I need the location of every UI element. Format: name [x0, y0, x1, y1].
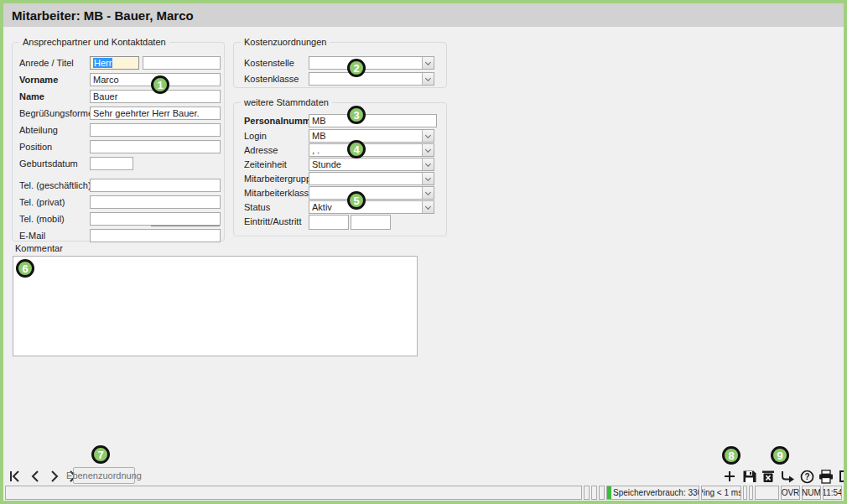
- next-record-button[interactable]: [47, 469, 61, 483]
- row-tel-privat: Tel. (privat): [13, 195, 224, 209]
- kostenklasse-select[interactable]: [309, 72, 434, 86]
- tel-privat-input[interactable]: [90, 195, 221, 209]
- titel-input[interactable]: [143, 56, 221, 70]
- anrede-input[interactable]: Herr: [90, 56, 139, 70]
- status-panel-spacer: [743, 486, 747, 500]
- status-panel-spacer: [584, 486, 590, 500]
- exit-button[interactable]: [837, 468, 847, 485]
- row-email: E-Mail: [13, 229, 224, 242]
- title-bar: Mitarbeiter: MB - Bauer, Marco: [3, 3, 844, 27]
- zeiteinheit-select[interactable]: Stunde: [309, 158, 434, 171]
- row-zeiteinheit: Zeiteinheit Stunde: [234, 158, 446, 171]
- mitarbeiterklasse-select[interactable]: [309, 186, 434, 200]
- tel-mobil-label: Tel. (mobil): [19, 212, 65, 226]
- add-button[interactable]: [721, 468, 738, 485]
- memory-indicator: [607, 486, 611, 499]
- chevron-down-icon[interactable]: [422, 73, 434, 85]
- num-text: NUM: [802, 488, 821, 497]
- help-icon: ?: [800, 470, 814, 484]
- group-contact-legend: Ansprechpartner und Kontaktdaten: [19, 37, 169, 48]
- login-select[interactable]: MB: [309, 129, 434, 143]
- status-panel-num: NUM: [802, 486, 821, 500]
- tel-mobil-input[interactable]: [90, 212, 221, 226]
- adresse-select[interactable]: , .: [309, 143, 434, 157]
- delete-button[interactable]: [760, 468, 777, 485]
- kostenstelle-label: Kostenstelle: [244, 56, 294, 70]
- row-position: Position: [13, 140, 224, 153]
- geburtsdatum-label: Geburtsdatum: [19, 157, 78, 170]
- row-personalnummer: Personalnummer: [234, 114, 446, 127]
- annotation-badge-7: 7: [91, 445, 110, 464]
- toolbar: ?: [721, 468, 847, 485]
- row-kostenklasse: Kostenklasse: [234, 72, 446, 86]
- adresse-value: , .: [309, 144, 422, 156]
- page-title: Mitarbeiter: MB - Bauer, Marco: [12, 8, 194, 23]
- position-input[interactable]: [90, 140, 221, 153]
- tel-geschaeftlich-input[interactable]: [90, 179, 221, 192]
- chevron-down-icon[interactable]: [422, 130, 434, 142]
- status-panel-main: [5, 486, 582, 500]
- svg-text:?: ?: [804, 472, 809, 481]
- email-input[interactable]: [90, 229, 221, 242]
- geburtsdatum-input[interactable]: [90, 157, 133, 170]
- clock-text: 11:54: [823, 488, 842, 497]
- first-record-icon: [9, 470, 22, 482]
- mitarbeiterklasse-label: Mitarbeiterklasse: [244, 186, 314, 200]
- zeiteinheit-label: Zeiteinheit: [244, 158, 287, 171]
- begruessungsformel-label: Begrüßungsformel: [19, 107, 96, 120]
- chevron-down-icon[interactable]: [422, 173, 434, 184]
- ebenenzuordnung-button[interactable]: Ebenenzuordnung: [73, 467, 135, 484]
- row-anrede: Anrede / Titel Herr: [13, 56, 224, 70]
- group-contact: Ansprechpartner und Kontaktdaten Anrede …: [12, 42, 225, 242]
- chevron-down-icon[interactable]: [422, 158, 434, 170]
- memory-text: Speicherverbrauch: 330,00 MB: [613, 488, 699, 497]
- jump-button[interactable]: [779, 468, 796, 485]
- status-panel-clock: 11:54: [823, 486, 842, 500]
- exit-icon: [838, 470, 847, 483]
- login-label: Login: [244, 129, 267, 143]
- row-mitarbeiterklasse: Mitarbeiterklasse: [234, 186, 446, 200]
- austritt-input[interactable]: [351, 215, 391, 230]
- status-panel-spacer: [749, 486, 753, 500]
- kostenstelle-select[interactable]: [309, 56, 434, 70]
- previous-record-button[interactable]: [28, 469, 42, 483]
- begruessungsformel-input[interactable]: [90, 107, 221, 120]
- eintritt-austritt-label: Eintritt/Austritt: [244, 215, 301, 228]
- jump-arrow-icon: [780, 470, 795, 483]
- kostenklasse-label: Kostenklasse: [244, 72, 299, 86]
- chevron-down-icon[interactable]: [422, 144, 434, 156]
- annotation-badge-4: 4: [347, 140, 366, 158]
- annotation-badge-5: 5: [347, 191, 366, 210]
- login-value: MB: [309, 130, 422, 142]
- email-separator-line: [151, 226, 220, 226]
- status-select[interactable]: Aktiv: [309, 200, 434, 214]
- chevron-down-icon[interactable]: [422, 187, 434, 199]
- chevron-down-icon[interactable]: [422, 57, 434, 69]
- status-panel-memory: Speicherverbrauch: 330,00 MB: [606, 486, 699, 500]
- kommentar-label: Kommentar: [15, 243, 63, 253]
- row-geburtsdatum: Geburtsdatum: [13, 157, 224, 170]
- chevron-down-icon[interactable]: [422, 201, 434, 213]
- position-label: Position: [19, 140, 52, 153]
- first-record-button[interactable]: [8, 469, 23, 483]
- eintritt-input[interactable]: [309, 215, 349, 230]
- status-label: Status: [244, 200, 270, 214]
- status-panel-ping: Ping < 1 ms.: [701, 486, 741, 500]
- personalnummer-input[interactable]: [309, 114, 437, 127]
- row-tel-geschaeftlich: Tel. (geschäftlich): [13, 179, 224, 192]
- group-cost-legend: Kostenzuordnungen: [241, 37, 330, 48]
- group-cost: Kostenzuordnungen Kostenstelle Kostenkla…: [233, 42, 447, 88]
- annotation-badge-9: 9: [771, 446, 789, 465]
- row-begruessung: Begrüßungsformel: [13, 107, 224, 120]
- row-eintritt-austritt: Eintritt/Austritt: [234, 215, 446, 230]
- mitarbeitergruppe-select[interactable]: [309, 172, 434, 185]
- help-button[interactable]: ?: [798, 468, 815, 485]
- ovr-text: OVR: [782, 488, 800, 497]
- zeiteinheit-value: Stunde: [309, 158, 422, 170]
- kommentar-textarea[interactable]: [13, 256, 418, 356]
- save-icon: [742, 470, 756, 484]
- abteilung-input[interactable]: [90, 123, 221, 137]
- group-master-legend: weitere Stammdaten: [241, 97, 332, 108]
- save-button[interactable]: [740, 468, 757, 485]
- print-button[interactable]: [818, 468, 834, 485]
